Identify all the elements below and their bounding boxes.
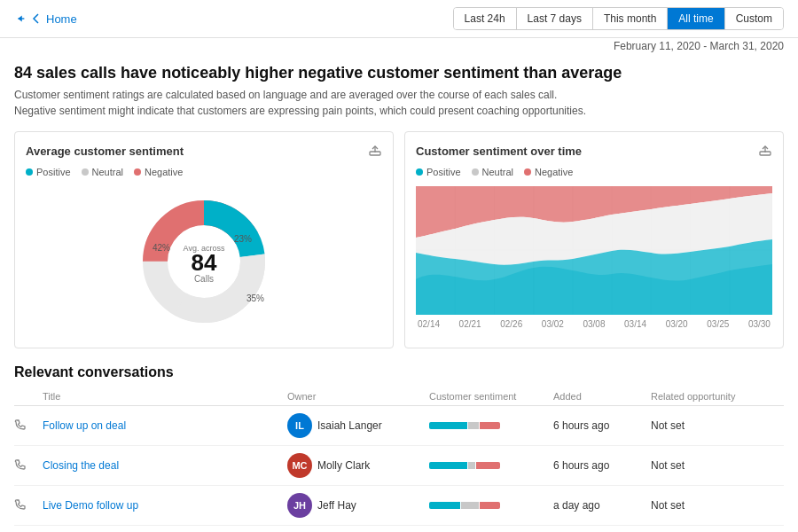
subtitle-line1: Customer sentiment ratings are calculate… (14, 87, 784, 103)
avg-chart-title: Average customer sentiment (26, 143, 382, 160)
back-icon (30, 12, 43, 25)
row2-sentiment-bar (429, 502, 500, 509)
filter-custom[interactable]: Custom (725, 8, 783, 29)
x-label-3: 03/02 (542, 319, 564, 329)
phone-icon-1 (14, 458, 43, 473)
main-title-section: 84 sales calls have noticeably higher ne… (0, 54, 798, 122)
time-legend: Positive Neutral Negative (416, 167, 772, 177)
row2-sentiment (429, 502, 553, 509)
x-label-8: 03/30 (748, 319, 771, 329)
time-positive-dot (416, 168, 423, 176)
row2-added: a day ago (553, 499, 651, 512)
phone-icon-0 (14, 419, 43, 434)
conversations-section: Relevant conversations Title Owner Custo… (0, 357, 798, 526)
sent-neu (468, 422, 479, 429)
home-label: Home (46, 12, 77, 26)
svg-text:42%: 42% (153, 243, 170, 253)
area-chart: 100% 50% 0% 02/14 02/21 02/26 03/02 03/0… (416, 186, 772, 328)
sent-pos (429, 502, 460, 509)
header: Home Last 24h Last 7 days This month All… (0, 0, 798, 38)
charts-row: Average customer sentiment Positive Neut… (0, 122, 798, 357)
time-negative-dot (524, 168, 531, 176)
sent-neu (468, 462, 475, 469)
filter-last24h[interactable]: Last 24h (454, 8, 517, 29)
avg-sentiment-card: Average customer sentiment Positive Neut… (14, 131, 394, 348)
row0-opportunity: Not set (651, 419, 784, 432)
back-arrow-icon (14, 12, 27, 25)
svg-text:35%: 35% (246, 293, 264, 303)
x-label-4: 03/08 (583, 319, 605, 329)
row2-avatar: JH (287, 493, 312, 518)
table-row: Closing the deal MC Molly Clark 6 hours … (14, 446, 784, 486)
page-title: 84 sales calls have noticeably higher ne… (14, 63, 784, 83)
x-label-6: 03/20 (666, 319, 688, 329)
filter-thismonth[interactable]: This month (593, 8, 668, 29)
filter-last7days[interactable]: Last 7 days (517, 8, 593, 29)
row1-sentiment-bar (429, 462, 500, 469)
col-owner: Owner (287, 391, 429, 402)
time-chart-title: Customer sentiment over time (416, 143, 772, 160)
time-legend-negative: Negative (524, 167, 573, 177)
time-filter-group: Last 24h Last 7 days This month All time… (453, 7, 784, 30)
legend-negative: Negative (134, 167, 183, 177)
sent-neg (480, 502, 500, 509)
export-icon-avg[interactable] (368, 143, 382, 160)
table-row: Live Demo follow up JH Jeff Hay a day ag… (14, 486, 784, 526)
x-label-1: 02/21 (459, 319, 481, 329)
table-row: Follow up on deal IL Isaiah Langer 6 hou… (14, 406, 784, 446)
row0-owner: IL Isaiah Langer (287, 413, 429, 438)
phone-icon-2 (14, 498, 43, 513)
row1-avatar: MC (287, 453, 312, 478)
col-title: Title (43, 391, 287, 402)
row0-avatar: IL (287, 413, 312, 438)
subtitle-line2: Negative sentiment might indicate that c… (14, 103, 784, 119)
col-icon (14, 391, 43, 402)
neutral-dot (82, 168, 89, 176)
row2-owner: JH Jeff Hay (287, 493, 429, 518)
x-axis-labels: 02/14 02/21 02/26 03/02 03/08 03/14 03/2… (416, 319, 772, 329)
area-chart-svg: 100% 50% 0% (416, 186, 772, 315)
row0-sentiment (429, 422, 553, 429)
row1-sentiment (429, 462, 553, 469)
col-sentiment: Customer sentiment (429, 391, 553, 402)
row0-sentiment-bar (429, 422, 500, 429)
row1-owner: MC Molly Clark (287, 453, 429, 478)
col-added: Added (553, 391, 651, 402)
date-range: February 11, 2020 - March 31, 2020 (0, 38, 798, 54)
time-neutral-dot (472, 168, 479, 176)
avg-legend: Positive Neutral Negative (26, 167, 382, 177)
negative-dot (134, 168, 141, 176)
row0-title[interactable]: Follow up on deal (43, 419, 287, 432)
legend-neutral: Neutral (82, 167, 123, 177)
x-label-7: 03/25 (707, 319, 729, 329)
sent-neu (461, 502, 479, 509)
row1-opportunity: Not set (651, 459, 784, 472)
time-legend-neutral: Neutral (472, 167, 513, 177)
table-header: Title Owner Customer sentiment Added Rel… (14, 387, 784, 406)
subtitle: Customer sentiment ratings are calculate… (14, 87, 784, 119)
sent-neg (476, 462, 500, 469)
row1-added: 6 hours ago (553, 459, 651, 472)
row1-title[interactable]: Closing the deal (43, 459, 287, 472)
row2-opportunity: Not set (651, 499, 784, 512)
svg-text:23%: 23% (234, 234, 252, 244)
col-opportunity: Related opportunity (651, 391, 784, 402)
positive-dot (26, 168, 33, 176)
sent-neg (480, 422, 500, 429)
export-icon-time[interactable] (758, 143, 772, 160)
donut-svg: Avg. across 84 Calls 23% 35% 42% (124, 191, 284, 332)
time-legend-positive: Positive (416, 167, 461, 177)
filter-alltime[interactable]: All time (668, 8, 724, 29)
legend-positive: Positive (26, 167, 71, 177)
x-label-5: 03/14 (624, 319, 646, 329)
svg-text:Calls: Calls (194, 274, 214, 284)
donut-container: Avg. across 84 Calls 23% 35% 42% (26, 186, 382, 337)
row2-title[interactable]: Live Demo follow up (43, 499, 287, 512)
home-link[interactable]: Home (14, 12, 77, 26)
x-label-0: 02/14 (418, 319, 440, 329)
sent-pos (429, 462, 467, 469)
conversations-title: Relevant conversations (14, 364, 784, 380)
svg-text:84: 84 (192, 249, 217, 276)
row0-added: 6 hours ago (553, 419, 651, 432)
sent-pos (429, 422, 467, 429)
